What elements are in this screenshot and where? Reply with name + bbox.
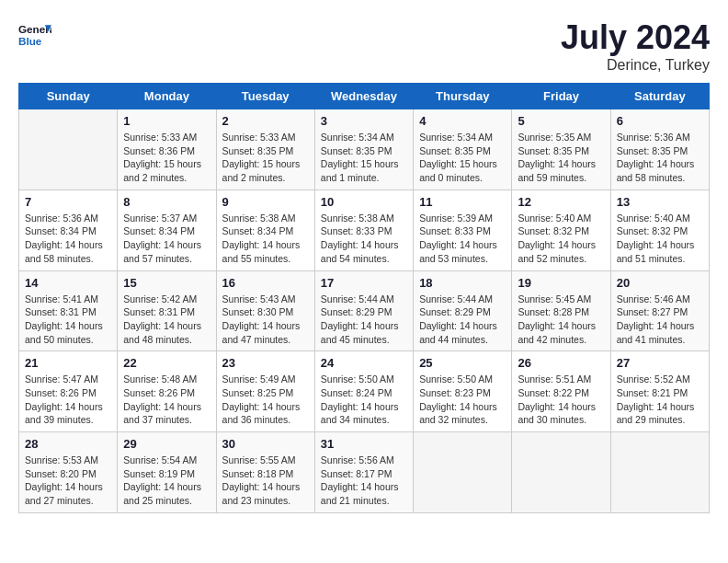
calendar-header-row: SundayMondayTuesdayWednesdayThursdayFrid… xyxy=(19,84,710,109)
day-info: Sunrise: 5:52 AM Sunset: 8:21 PM Dayligh… xyxy=(617,373,703,427)
calendar-cell: 3Sunrise: 5:34 AM Sunset: 8:35 PM Daylig… xyxy=(314,109,413,190)
location-subtitle: Derince, Turkey xyxy=(561,57,710,74)
day-number: 24 xyxy=(321,356,407,370)
col-header-monday: Monday xyxy=(118,84,216,109)
day-number: 14 xyxy=(25,276,111,290)
day-number: 17 xyxy=(321,276,407,290)
calendar-cell: 9Sunrise: 5:38 AM Sunset: 8:34 PM Daylig… xyxy=(216,190,314,270)
day-info: Sunrise: 5:38 AM Sunset: 8:34 PM Dayligh… xyxy=(222,212,309,266)
day-info: Sunrise: 5:42 AM Sunset: 8:31 PM Dayligh… xyxy=(123,293,210,347)
calendar-cell: 27Sunrise: 5:52 AM Sunset: 8:21 PM Dayli… xyxy=(610,351,709,432)
day-number: 28 xyxy=(25,437,111,451)
day-info: Sunrise: 5:50 AM Sunset: 8:23 PM Dayligh… xyxy=(419,373,506,427)
day-number: 18 xyxy=(419,276,506,290)
day-number: 10 xyxy=(321,195,407,209)
calendar-cell: 28Sunrise: 5:53 AM Sunset: 8:20 PM Dayli… xyxy=(19,432,118,513)
day-number: 23 xyxy=(222,356,309,370)
day-number: 3 xyxy=(321,114,407,128)
day-info: Sunrise: 5:43 AM Sunset: 8:30 PM Dayligh… xyxy=(222,293,309,347)
col-header-thursday: Thursday xyxy=(414,84,512,109)
day-info: Sunrise: 5:36 AM Sunset: 8:34 PM Dayligh… xyxy=(25,212,111,266)
day-number: 12 xyxy=(518,195,604,209)
day-number: 27 xyxy=(617,356,703,370)
calendar-cell: 15Sunrise: 5:42 AM Sunset: 8:31 PM Dayli… xyxy=(118,270,216,351)
week-row-5: 28Sunrise: 5:53 AM Sunset: 8:20 PM Dayli… xyxy=(19,432,710,513)
page-header: General Blue July 2024 Derince, Turkey xyxy=(18,18,710,74)
day-info: Sunrise: 5:37 AM Sunset: 8:34 PM Dayligh… xyxy=(123,212,210,266)
calendar-cell: 23Sunrise: 5:49 AM Sunset: 8:25 PM Dayli… xyxy=(216,351,314,432)
calendar-cell: 12Sunrise: 5:40 AM Sunset: 8:32 PM Dayli… xyxy=(512,190,610,270)
day-number: 8 xyxy=(123,195,210,209)
title-block: July 2024 Derince, Turkey xyxy=(561,18,710,74)
calendar-cell: 7Sunrise: 5:36 AM Sunset: 8:34 PM Daylig… xyxy=(19,190,118,270)
calendar-cell: 31Sunrise: 5:56 AM Sunset: 8:17 PM Dayli… xyxy=(314,432,413,513)
calendar-cell: 20Sunrise: 5:46 AM Sunset: 8:27 PM Dayli… xyxy=(610,270,709,351)
calendar-table: SundayMondayTuesdayWednesdayThursdayFrid… xyxy=(18,83,710,513)
calendar-cell: 18Sunrise: 5:44 AM Sunset: 8:29 PM Dayli… xyxy=(414,270,512,351)
week-row-4: 21Sunrise: 5:47 AM Sunset: 8:26 PM Dayli… xyxy=(19,351,710,432)
day-number: 1 xyxy=(123,114,210,128)
logo-icon: General Blue xyxy=(18,18,51,52)
day-info: Sunrise: 5:40 AM Sunset: 8:32 PM Dayligh… xyxy=(518,212,604,266)
day-info: Sunrise: 5:41 AM Sunset: 8:31 PM Dayligh… xyxy=(25,293,111,347)
day-info: Sunrise: 5:53 AM Sunset: 8:20 PM Dayligh… xyxy=(25,454,111,508)
day-info: Sunrise: 5:34 AM Sunset: 8:35 PM Dayligh… xyxy=(419,131,506,185)
day-number: 6 xyxy=(617,114,703,128)
day-number: 13 xyxy=(617,195,703,209)
day-info: Sunrise: 5:55 AM Sunset: 8:18 PM Dayligh… xyxy=(222,454,309,508)
day-info: Sunrise: 5:45 AM Sunset: 8:28 PM Dayligh… xyxy=(518,293,604,347)
svg-text:Blue: Blue xyxy=(18,35,42,47)
calendar-cell: 5Sunrise: 5:35 AM Sunset: 8:35 PM Daylig… xyxy=(512,109,610,190)
col-header-friday: Friday xyxy=(512,84,610,109)
day-number: 25 xyxy=(419,356,506,370)
calendar-cell: 8Sunrise: 5:37 AM Sunset: 8:34 PM Daylig… xyxy=(118,190,216,270)
calendar-cell: 1Sunrise: 5:33 AM Sunset: 8:36 PM Daylig… xyxy=(118,109,216,190)
calendar-cell xyxy=(610,432,709,513)
day-info: Sunrise: 5:33 AM Sunset: 8:35 PM Dayligh… xyxy=(222,131,309,185)
day-number: 30 xyxy=(222,437,309,451)
calendar-cell: 17Sunrise: 5:44 AM Sunset: 8:29 PM Dayli… xyxy=(314,270,413,351)
day-number: 20 xyxy=(617,276,703,290)
svg-text:General: General xyxy=(18,23,51,35)
day-info: Sunrise: 5:48 AM Sunset: 8:26 PM Dayligh… xyxy=(123,373,210,427)
calendar-cell xyxy=(512,432,610,513)
day-number: 9 xyxy=(222,195,309,209)
day-number: 5 xyxy=(518,114,604,128)
week-row-3: 14Sunrise: 5:41 AM Sunset: 8:31 PM Dayli… xyxy=(19,270,710,351)
col-header-wednesday: Wednesday xyxy=(314,84,413,109)
day-info: Sunrise: 5:36 AM Sunset: 8:35 PM Dayligh… xyxy=(617,131,703,185)
day-number: 11 xyxy=(419,195,506,209)
calendar-cell xyxy=(19,109,118,190)
day-number: 21 xyxy=(25,356,111,370)
calendar-cell: 6Sunrise: 5:36 AM Sunset: 8:35 PM Daylig… xyxy=(610,109,709,190)
col-header-tuesday: Tuesday xyxy=(216,84,314,109)
logo: General Blue xyxy=(18,18,51,52)
day-info: Sunrise: 5:44 AM Sunset: 8:29 PM Dayligh… xyxy=(419,293,506,347)
day-info: Sunrise: 5:47 AM Sunset: 8:26 PM Dayligh… xyxy=(25,373,111,427)
day-info: Sunrise: 5:51 AM Sunset: 8:22 PM Dayligh… xyxy=(518,373,604,427)
month-year-title: July 2024 xyxy=(561,18,710,57)
calendar-cell: 10Sunrise: 5:38 AM Sunset: 8:33 PM Dayli… xyxy=(314,190,413,270)
calendar-cell: 14Sunrise: 5:41 AM Sunset: 8:31 PM Dayli… xyxy=(19,270,118,351)
day-info: Sunrise: 5:38 AM Sunset: 8:33 PM Dayligh… xyxy=(321,212,407,266)
day-number: 2 xyxy=(222,114,309,128)
day-info: Sunrise: 5:33 AM Sunset: 8:36 PM Dayligh… xyxy=(123,131,210,185)
day-info: Sunrise: 5:44 AM Sunset: 8:29 PM Dayligh… xyxy=(321,293,407,347)
col-header-sunday: Sunday xyxy=(19,84,118,109)
calendar-cell: 26Sunrise: 5:51 AM Sunset: 8:22 PM Dayli… xyxy=(512,351,610,432)
day-number: 19 xyxy=(518,276,604,290)
week-row-2: 7Sunrise: 5:36 AM Sunset: 8:34 PM Daylig… xyxy=(19,190,710,270)
week-row-1: 1Sunrise: 5:33 AM Sunset: 8:36 PM Daylig… xyxy=(19,109,710,190)
day-number: 7 xyxy=(25,195,111,209)
calendar-cell: 16Sunrise: 5:43 AM Sunset: 8:30 PM Dayli… xyxy=(216,270,314,351)
calendar-cell: 29Sunrise: 5:54 AM Sunset: 8:19 PM Dayli… xyxy=(118,432,216,513)
calendar-cell: 30Sunrise: 5:55 AM Sunset: 8:18 PM Dayli… xyxy=(216,432,314,513)
calendar-cell: 19Sunrise: 5:45 AM Sunset: 8:28 PM Dayli… xyxy=(512,270,610,351)
day-number: 26 xyxy=(518,356,604,370)
day-info: Sunrise: 5:46 AM Sunset: 8:27 PM Dayligh… xyxy=(617,293,703,347)
day-number: 16 xyxy=(222,276,309,290)
calendar-cell: 21Sunrise: 5:47 AM Sunset: 8:26 PM Dayli… xyxy=(19,351,118,432)
day-number: 22 xyxy=(123,356,210,370)
calendar-cell: 11Sunrise: 5:39 AM Sunset: 8:33 PM Dayli… xyxy=(414,190,512,270)
calendar-cell: 13Sunrise: 5:40 AM Sunset: 8:32 PM Dayli… xyxy=(610,190,709,270)
